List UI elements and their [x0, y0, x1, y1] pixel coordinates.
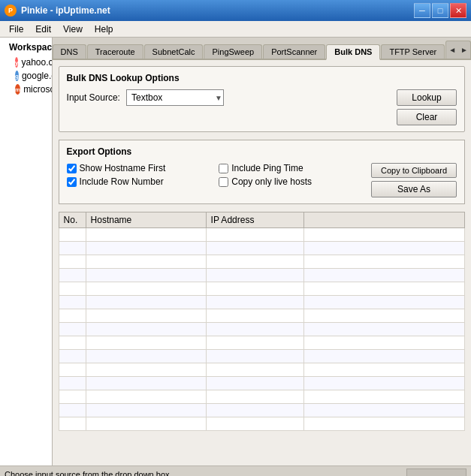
table-row: [59, 377, 464, 390]
col-no: No.: [59, 212, 86, 228]
table-row: [59, 390, 464, 404]
tab-subnetcalc[interactable]: SubnetCalc: [144, 44, 204, 59]
table-row: [59, 404, 464, 417]
table-row: [59, 269, 464, 282]
menu-bar: File Edit View Help: [0, 21, 471, 38]
table-row: [59, 417, 464, 431]
website-icon-google: g: [15, 71, 19, 81]
sidebar-item-yahoo[interactable]: y yahoo.com: [3, 56, 49, 69]
export-left-column: Show Hostname First Include Row Number: [67, 163, 219, 187]
title-bar: P Pinkie - ipUptime.net ─ □ ✕: [0, 0, 471, 21]
content-area: DNS Traceroute SubnetCalc PingSweep Port…: [53, 38, 471, 465]
clear-button[interactable]: Clear: [397, 109, 457, 125]
copy-to-clipboard-button[interactable]: Copy to Clipboard: [371, 163, 457, 178]
tab-bulk-dns[interactable]: Bulk DNS: [326, 44, 380, 60]
lookup-buttons: Lookup Clear: [397, 89, 457, 125]
workspace-label: Workspace: [9, 42, 53, 53]
sidebar-item-google[interactable]: g google.com: [3, 69, 49, 83]
tabs-bar: DNS Traceroute SubnetCalc PingSweep Port…: [53, 38, 471, 60]
tab-scroll-right[interactable]: ►: [458, 46, 470, 54]
table-row: [59, 350, 464, 363]
input-source-label: Input Source:: [67, 92, 120, 103]
table-row: [59, 323, 464, 336]
website-icon-microsoft: m: [15, 84, 20, 95]
table-row: [59, 255, 464, 269]
include-ping-time-checkbox[interactable]: [219, 164, 228, 173]
maximize-button[interactable]: □: [432, 3, 448, 18]
export-right-buttons: Copy to Clipboard Save As: [371, 163, 457, 197]
window-title: Pinkie - ipUptime.net: [21, 5, 110, 16]
menu-view[interactable]: View: [57, 23, 89, 36]
tab-scroll-arrows[interactable]: ◄ ►: [445, 41, 471, 59]
website-icon-yahoo: y: [15, 57, 18, 68]
status-bar: Choose input source from the drop down b…: [0, 465, 471, 476]
copy-only-live-hosts-row: Copy only live hosts: [219, 176, 371, 187]
tab-dns[interactable]: DNS: [53, 44, 86, 59]
export-options-title: Export Options: [67, 146, 457, 157]
tab-portscanner[interactable]: PortScanner: [263, 44, 325, 59]
main-layout: Workspace y yahoo.com g google.com m mic…: [0, 38, 471, 465]
table-row: [59, 363, 464, 377]
include-ping-time-label: Include Ping Time: [231, 163, 303, 173]
tab-traceroute[interactable]: Traceroute: [87, 44, 143, 59]
export-middle-column: Include Ping Time Copy only live hosts: [219, 163, 371, 187]
include-row-number-row: Include Row Number: [67, 176, 219, 187]
tab-pingsweep[interactable]: PingSweep: [204, 44, 262, 59]
sidebar-item-label-microsoft: microsoft.com: [23, 84, 52, 95]
table-row: [59, 336, 464, 350]
include-row-number-checkbox[interactable]: [67, 177, 77, 187]
show-hostname-first-checkbox[interactable]: [67, 164, 77, 173]
input-source-row: Input Source: Textbox File ▼: [67, 89, 224, 106]
copy-only-live-hosts-checkbox[interactable]: [219, 177, 228, 187]
table-row: [59, 296, 464, 309]
table-row: [59, 282, 464, 296]
sidebar: Workspace y yahoo.com g google.com m mic…: [0, 38, 53, 465]
include-ping-time-row: Include Ping Time: [219, 163, 371, 173]
menu-edit[interactable]: Edit: [29, 23, 57, 36]
table-row: [59, 309, 464, 323]
input-source-select[interactable]: Textbox File: [126, 89, 224, 106]
sidebar-item-label-yahoo: yahoo.com: [21, 57, 52, 68]
col-ip-address: IP Address: [206, 212, 303, 228]
table-row: [59, 242, 464, 255]
tab-scroll-left[interactable]: ◄: [446, 46, 458, 54]
copy-only-live-hosts-label: Copy only live hosts: [231, 176, 312, 187]
show-hostname-first-label: Show Hostname First: [80, 163, 166, 173]
lookup-options-section: Bulk DNS Lookup Options Input Source: Te…: [59, 66, 465, 132]
lookup-button[interactable]: Lookup: [397, 89, 457, 106]
lookup-options-title: Bulk DNS Lookup Options: [67, 73, 457, 83]
status-text: Choose input source from the drop down b…: [5, 470, 406, 477]
menu-help[interactable]: Help: [89, 23, 119, 36]
close-button[interactable]: ✕: [450, 3, 466, 18]
minimize-button[interactable]: ─: [414, 3, 430, 18]
sidebar-item-microsoft[interactable]: m microsoft.com: [3, 83, 49, 96]
app-icon: P: [5, 5, 17, 17]
tab-tftp-server[interactable]: TFTP Server: [381, 44, 445, 59]
export-options-section: Export Options Show Hostname First Inclu…: [59, 140, 465, 204]
include-row-number-label: Include Row Number: [80, 176, 164, 187]
status-progress: [406, 468, 466, 477]
input-source-select-wrapper: Textbox File ▼: [126, 89, 224, 106]
sidebar-item-label-google: google.com: [22, 71, 53, 81]
tab-content-bulk-dns: Bulk DNS Lookup Options Input Source: Te…: [53, 60, 471, 465]
col-extra: [303, 212, 464, 228]
table-header-row: No. Hostname IP Address: [59, 212, 464, 228]
export-grid: Show Hostname First Include Row Number I…: [67, 163, 457, 197]
menu-file[interactable]: File: [3, 23, 29, 36]
results-table: No. Hostname IP Address: [59, 212, 465, 431]
show-hostname-first-row: Show Hostname First: [67, 163, 219, 173]
sidebar-workspace: Workspace: [3, 41, 49, 54]
save-as-button[interactable]: Save As: [371, 181, 457, 197]
table-row: [59, 228, 464, 242]
col-hostname: Hostname: [86, 212, 206, 228]
